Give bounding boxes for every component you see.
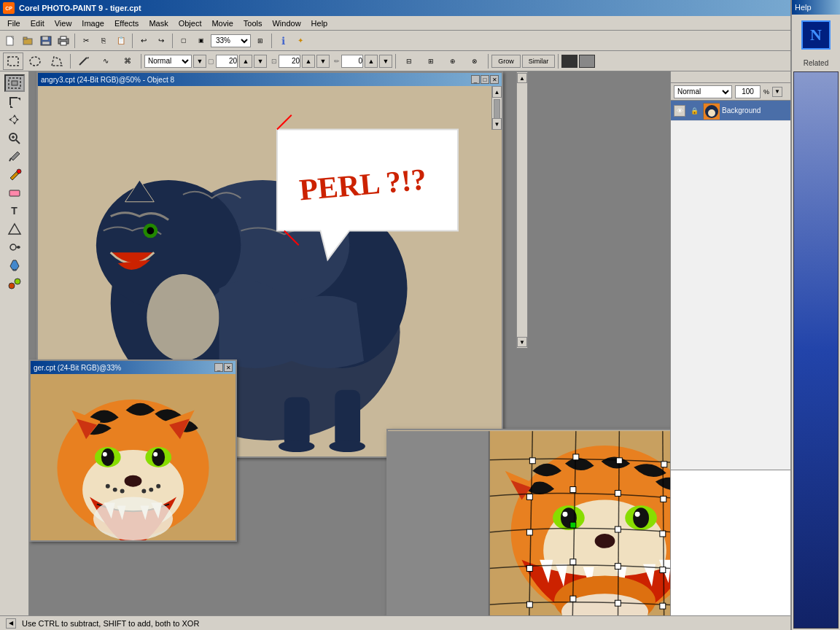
- expand-btn[interactable]: ▼: [193, 55, 206, 68]
- pen-up[interactable]: ▲: [365, 55, 378, 68]
- magic-wand-tool[interactable]: [74, 52, 94, 70]
- svg-rect-108: [661, 462, 667, 467]
- smart-select-tool[interactable]: ⌘: [117, 52, 138, 70]
- menu-image[interactable]: Image: [77, 18, 109, 29]
- zoom-tool[interactable]: [4, 129, 25, 147]
- select-rect-tool[interactable]: [3, 52, 23, 70]
- separator1: [74, 34, 75, 48]
- tool-opt4[interactable]: ⊗: [464, 52, 485, 70]
- cut-button[interactable]: ✂: [78, 33, 94, 49]
- help-texture: [793, 71, 839, 629]
- size-input[interactable]: [279, 55, 300, 68]
- svg-rect-122: [570, 596, 576, 602]
- zoom-fit-button[interactable]: ⊞: [252, 33, 268, 49]
- size-up[interactable]: ▲: [302, 55, 315, 68]
- fill-tool[interactable]: [4, 257, 25, 274]
- tool-opt3[interactable]: ⊕: [443, 52, 463, 70]
- clone-tool[interactable]: [4, 238, 25, 256]
- doc1-maximize[interactable]: □: [481, 75, 489, 84]
- pen-down[interactable]: ▼: [379, 55, 392, 68]
- new-button[interactable]: [3, 33, 19, 49]
- zoom-select[interactable]: 33% 50% 100%: [211, 34, 251, 47]
- zoom-in-button[interactable]: ▣: [193, 33, 209, 49]
- scroll-up-btn[interactable]: ▲: [492, 86, 502, 98]
- undo-button[interactable]: ↩: [136, 33, 152, 49]
- size-down[interactable]: ▼: [316, 55, 330, 68]
- menu-window[interactable]: Window: [268, 18, 305, 29]
- svg-point-76: [141, 489, 146, 494]
- status-scroll-left[interactable]: ◀: [6, 618, 16, 629]
- svg-rect-4: [42, 36, 48, 40]
- transform-tool[interactable]: [4, 93, 25, 110]
- shape-tool[interactable]: [4, 220, 25, 238]
- menu-effects[interactable]: Effects: [110, 18, 143, 29]
- move-tool[interactable]: [4, 111, 25, 128]
- feather-up[interactable]: ▲: [239, 55, 252, 68]
- menu-tools[interactable]: Tools: [239, 18, 267, 29]
- doc2-minimize[interactable]: _: [214, 363, 223, 372]
- feather-input[interactable]: [216, 55, 238, 68]
- menu-help[interactable]: Help: [307, 18, 332, 29]
- lasso-tool[interactable]: ∿: [96, 52, 116, 70]
- print-button[interactable]: [55, 33, 71, 49]
- help-panel: Help N Related: [790, 0, 840, 630]
- visibility-toggle[interactable]: 👁: [674, 105, 685, 117]
- mask-tool[interactable]: [4, 74, 25, 92]
- select-poly-tool[interactable]: [47, 52, 67, 70]
- svg-rect-107: [616, 458, 622, 464]
- doc2-titlebar[interactable]: ger.cpt (24-Bit RGB)@33% _ ✕: [31, 361, 236, 374]
- main-scroll-up[interactable]: ▲: [517, 73, 527, 83]
- paint-tool[interactable]: [4, 166, 25, 183]
- doc2-canvas[interactable]: [31, 374, 236, 540]
- save-button[interactable]: [38, 33, 54, 49]
- help-n-icon[interactable]: N: [801, 20, 831, 50]
- tool-opt2[interactable]: ⊞: [421, 52, 441, 70]
- menu-file[interactable]: File: [3, 18, 25, 29]
- doc1-close[interactable]: ✕: [490, 75, 499, 84]
- grow-button[interactable]: Grow: [491, 55, 521, 68]
- menu-view[interactable]: View: [50, 18, 77, 29]
- zoom-out-button[interactable]: ▢: [176, 33, 192, 49]
- menu-edit[interactable]: Edit: [26, 18, 49, 29]
- menu-movie[interactable]: Movie: [207, 18, 237, 29]
- redo-button[interactable]: ↪: [153, 33, 169, 49]
- star-button[interactable]: ✦: [292, 33, 308, 49]
- eyedropper-tool[interactable]: [4, 147, 25, 165]
- main-scrollbar-v[interactable]: ▲ ▼: [516, 71, 528, 349]
- copy-button[interactable]: ⎘: [96, 33, 112, 49]
- doc1-minimize[interactable]: _: [471, 75, 480, 84]
- similar-label: Similar: [529, 58, 549, 65]
- dialog-preview-area[interactable]: [388, 430, 670, 615]
- erase-tool[interactable]: [4, 184, 25, 201]
- objects-blend-select[interactable]: Normal: [674, 85, 732, 98]
- scroll-down-btn[interactable]: ▼: [492, 118, 502, 130]
- menu-bar: File Edit View Image Effects Mask Object…: [0, 16, 840, 31]
- objects-menu-btn[interactable]: ▼: [772, 87, 782, 97]
- svg-rect-124: [660, 603, 666, 609]
- doc1-scrollbar-v[interactable]: ▲ ▼: [491, 86, 502, 130]
- similar-button[interactable]: Similar: [522, 55, 555, 68]
- open-button[interactable]: [20, 33, 36, 49]
- tool-opt1[interactable]: ⊟: [399, 52, 419, 70]
- main-scroll-down[interactable]: ▼: [517, 337, 527, 347]
- select-ellipse-tool[interactable]: [25, 52, 45, 70]
- pen-input[interactable]: [341, 55, 363, 68]
- menu-object[interactable]: Object: [174, 18, 206, 29]
- blend-mode-select[interactable]: Normal: [144, 55, 192, 68]
- paste-button[interactable]: 📋: [113, 33, 129, 49]
- doc1-titlebar[interactable]: angry3.cpt (24-Bit RGB)@50% - Object 8 _…: [38, 73, 502, 86]
- star-icon: ✦: [298, 36, 303, 44]
- svg-rect-113: [526, 529, 532, 535]
- objects-opacity-input[interactable]: [735, 85, 761, 98]
- tool-view1[interactable]: [561, 55, 578, 68]
- menu-mask[interactable]: Mask: [144, 18, 172, 29]
- doc2-close[interactable]: ✕: [224, 363, 233, 372]
- feather-down[interactable]: ▼: [254, 55, 267, 68]
- effect-tool[interactable]: [4, 275, 25, 292]
- text-tool[interactable]: T: [4, 202, 25, 219]
- info-button[interactable]: ℹ: [275, 33, 291, 49]
- separator2: [132, 34, 133, 48]
- tool-view2[interactable]: [579, 55, 595, 68]
- svg-point-88: [562, 512, 567, 517]
- svg-rect-118: [570, 559, 576, 565]
